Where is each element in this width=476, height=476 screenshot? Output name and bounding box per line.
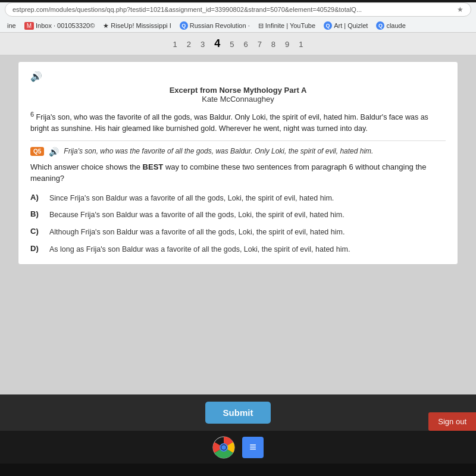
- passage-title: Excerpt from Norse Mythology Part A: [170, 86, 307, 95]
- bookmark-riseup[interactable]: ★ RiseUp! Mississippi I: [101, 21, 174, 31]
- page-number-bar: 1 2 3 4 5 6 7 8 9 1: [0, 33, 476, 55]
- page-numbers-container: 1 2 3 4 5 6 7 8 9 1: [2, 35, 474, 52]
- question-section: Q5 🔊 Frija's son, who was the favorite o…: [30, 147, 446, 255]
- question-audio-row: Q5 🔊 Frija's son, who was the favorite o…: [30, 147, 446, 156]
- bookmark-quizlet[interactable]: Q Art | Quizlet: [321, 20, 370, 31]
- page-5[interactable]: 5: [230, 40, 234, 49]
- passage-audio-icon[interactable]: 🔊: [30, 71, 446, 82]
- answer-label-d: D): [30, 244, 42, 253]
- bookmark-star-icon[interactable]: ★: [457, 5, 464, 14]
- answer-label-a: A): [30, 193, 42, 202]
- bookmark-russian[interactable]: Q Russian Revolution ·: [177, 20, 252, 31]
- question-prompt-start: Which answer choice shows the: [30, 162, 143, 171]
- question-prompt: Which answer choice shows the BEST way t…: [30, 161, 446, 184]
- content-area: 🔊 Excerpt from Norse Mythology Part A Ka…: [0, 55, 476, 394]
- taskbar: ≡ Sign out: [0, 431, 476, 464]
- answer-text-a: Since Frija's son Baldur was a favorite …: [49, 193, 334, 204]
- page-8[interactable]: 8: [271, 40, 275, 49]
- page-7[interactable]: 7: [258, 40, 262, 49]
- answer-text-c: Although Frija's son Baldur was a favori…: [49, 227, 345, 238]
- bookmark-inbox[interactable]: M Inbox · 001053320©: [22, 21, 98, 31]
- passage-author: Kate McConnaughey: [202, 95, 274, 104]
- svg-point-3: [221, 445, 226, 450]
- sign-out-button[interactable]: Sign out: [428, 412, 476, 431]
- taskbar-icons: ≡: [9, 436, 467, 459]
- question-badge: Q5: [30, 147, 44, 156]
- page-3[interactable]: 3: [201, 40, 205, 49]
- submit-button[interactable]: Submit: [205, 402, 271, 424]
- paragraph-number: 6: [30, 111, 34, 118]
- answer-row-b[interactable]: B) Because Frija's son Baldur was a favo…: [30, 209, 446, 221]
- docs-taskbar-icon[interactable]: ≡: [242, 437, 264, 458]
- passage-body: Frija's son, who was the favorite of all…: [30, 113, 428, 133]
- bottom-dark-area: [0, 464, 476, 476]
- bookmarks-bar: ine M Inbox · 001053320© ★ RiseUp! Missi…: [0, 19, 476, 32]
- question-audio-icon[interactable]: 🔊: [49, 147, 59, 156]
- passage-header: Excerpt from Norse Mythology Part A Kate…: [30, 86, 446, 104]
- answer-text-d: As long as Frija's son Baldur was a favo…: [49, 244, 350, 255]
- bookmark-claude[interactable]: Q claude: [374, 20, 408, 31]
- question-excerpt: Frija's son, who was the favorite of all…: [64, 147, 373, 155]
- question-prompt-bold: BEST: [143, 162, 164, 171]
- answer-label-b: B): [30, 209, 42, 218]
- page-6[interactable]: 6: [243, 40, 248, 49]
- address-bar[interactable]: estprep.com/modules/questions/qq.php?tes…: [5, 2, 471, 17]
- page-2[interactable]: 2: [187, 40, 191, 49]
- question-card: 🔊 Excerpt from Norse Mythology Part A Ka…: [18, 61, 458, 265]
- answer-row-c[interactable]: C) Although Frija's son Baldur was a fav…: [30, 227, 446, 238]
- answer-choices: A) Since Frija's son Baldur was a favori…: [30, 193, 446, 255]
- chrome-taskbar-icon[interactable]: [212, 436, 235, 459]
- bookmark-ine[interactable]: ine: [5, 21, 18, 30]
- answer-row-d[interactable]: D) As long as Frija's son Baldur was a f…: [30, 244, 446, 255]
- answer-label-c: C): [30, 227, 42, 236]
- submit-area: Submit: [0, 394, 476, 431]
- page-9[interactable]: 9: [285, 40, 289, 49]
- browser-chrome: estprep.com/modules/questions/qq.php?tes…: [0, 2, 476, 33]
- page-1[interactable]: 1: [173, 40, 177, 49]
- passage-section: 🔊 Excerpt from Norse Mythology Part A Ka…: [30, 71, 446, 141]
- passage-text: 6 Frija's son, who was the favorite of a…: [30, 109, 446, 141]
- bookmark-youtube[interactable]: ⊟ Infinite | YouTube: [256, 21, 318, 31]
- page-4-active[interactable]: 4: [214, 37, 220, 50]
- address-text: estprep.com/modules/questions/qq.php?tes…: [12, 6, 452, 13]
- answer-text-b: Because Frija's son Baldur was a favorit…: [49, 209, 345, 221]
- answer-row-a[interactable]: A) Since Frija's son Baldur was a favori…: [30, 193, 446, 204]
- page-10[interactable]: 1: [299, 40, 303, 49]
